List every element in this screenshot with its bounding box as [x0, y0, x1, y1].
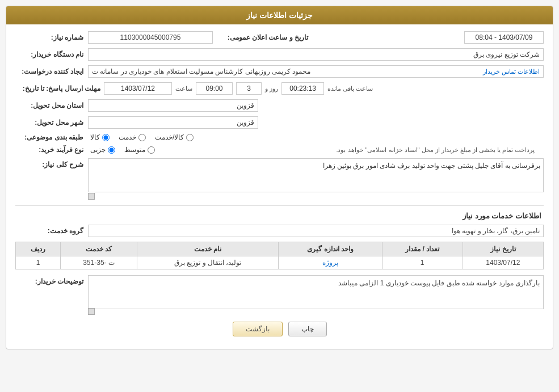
mohlet-days: 3	[236, 82, 262, 95]
radio-kala[interactable]	[102, 134, 110, 141]
btn-row: چاپ بازگشت	[15, 322, 544, 342]
mohlet-time: 09:00	[196, 82, 233, 95]
page-title: جزئیات اطلاعات نیاز	[246, 11, 313, 20]
sharh-value: برفرسانی به آقای جلیل پشتی جهت واحد تولی…	[323, 162, 540, 170]
cell-tarikh: 1403/07/12	[463, 256, 543, 269]
card-body: شماره نیاز: 1103000045000795 تاریخ و ساع…	[6, 24, 553, 349]
date-label: تاریخ و ساعت اعلان عمومی:	[217, 33, 308, 41]
farayand-motavasset: متوسط	[124, 146, 155, 154]
farayand-radios: متوسط جزیی	[90, 146, 155, 154]
mohlet-date: 1403/07/12	[104, 82, 172, 95]
shmare-label: شماره نیاز:	[15, 33, 83, 41]
creator-label: ایجاد کننده درخواست:	[15, 68, 83, 75]
sharh-label: شرح کلی نیاز:	[15, 158, 83, 168]
grooh-label: گروه خدمت:	[15, 227, 83, 235]
shahr-label: شهر محل تحویل:	[15, 119, 83, 127]
tabagheh-khadamat: خدمت	[119, 133, 146, 141]
grooh-row: گروه خدمت: تامین برق، گاز، بخار و تهویه …	[15, 225, 544, 237]
namdast-value: شرکت توزیع نیروی برق	[88, 48, 544, 61]
tabagheh-radios: کالا/خدمت خدمت کالا	[90, 133, 194, 141]
col-tarikh: تاریخ نیاز	[463, 242, 543, 256]
card-header: جزئیات اطلاعات نیاز	[6, 6, 553, 24]
cell-tedad: 1	[382, 256, 463, 269]
shahr-value: قزوین	[88, 116, 258, 129]
date-value: 1403/07/09 - 08:04	[464, 31, 544, 44]
mohlet-remaining: 00:23:13	[281, 82, 324, 95]
grooh-value: تامین برق، گاز، بخار و تهویه هوا	[88, 225, 544, 237]
tabagheh-kala-khadamat: کالا/خدمت	[155, 133, 194, 141]
tozihat-label: توضیحات خریدار:	[15, 275, 83, 285]
services-table: تاریخ نیاز تعداد / مقدار واحد اندازه گیر…	[15, 242, 544, 269]
ostan-label: استان محل تحویل:	[15, 102, 83, 109]
mohlet-time-label: ساعت	[175, 85, 192, 92]
radio-jozee[interactable]	[108, 146, 115, 154]
resize-handle	[88, 193, 95, 200]
col-kod: کد خدمت	[61, 242, 137, 256]
khadamat-section-title: اطلاعات خدمات مورد نیاز	[15, 212, 544, 220]
shmare-row: شماره نیاز: 1103000045000795 تاریخ و ساع…	[15, 31, 544, 44]
shahr-row: شهر محل تحویل: قزوین	[15, 116, 544, 129]
services-table-wrapper: تاریخ نیاز تعداد / مقدار واحد اندازه گیر…	[15, 242, 544, 269]
col-radif: ردیف	[16, 242, 61, 256]
print-button[interactable]: چاپ	[288, 322, 327, 336]
col-nam: نام خدمت	[137, 242, 279, 256]
col-vahed: واحد اندازه گیری	[279, 242, 382, 256]
namdast-row: نام دستگاه خریدار: شرکت توزیع نیروی برق	[15, 48, 544, 61]
farayand-jozee: جزیی	[90, 146, 115, 154]
cell-nam: تولید، انتقال و توزیع برق	[137, 256, 279, 269]
farayand-row: نوع فرآیند خرید: متوسط جزیی پرداخت تمام …	[15, 146, 544, 154]
farayand-text: پرداخت تمام یا بخشی از مبلغ خریدار از مح…	[162, 146, 535, 154]
creator-value: اطلاعات تماس خریدار محمود کریمی روزبهانی…	[88, 65, 544, 78]
sharh-wrapper: شرح کلی نیاز: برفرسانی به آقای جلیل پشتی…	[15, 158, 544, 200]
radio-kala-khadamat[interactable]	[186, 134, 194, 141]
radio-motavasset[interactable]	[148, 146, 155, 154]
mohlet-remaining-label: ساعت باقی مانده	[327, 85, 373, 92]
tabagheh-kala: کالا	[90, 133, 110, 141]
ostan-row: استان محل تحویل: قزوین	[15, 99, 544, 112]
cell-vahed: پروژه	[279, 256, 382, 269]
mohlet-row: مهلت ارسال پاسخ: تا تاریخ: 1403/07/12 سا…	[15, 82, 544, 95]
page-wrapper: جزئیات اطلاعات نیاز شماره نیاز: 11030000…	[0, 0, 559, 392]
cell-radif: 1	[16, 256, 61, 269]
ostan-value: قزوین	[88, 99, 258, 112]
tabagheh-row: طبقه بندی موضوعی: کالا/خدمت خدمت کالا	[15, 133, 544, 141]
creator-link[interactable]: اطلاعات تماس خریدار	[483, 68, 540, 75]
radio-khadamat[interactable]	[138, 134, 146, 141]
tozihat-wrapper: توضیحات خریدار: بارگذاری موارد خواسته شد…	[15, 275, 544, 315]
creator-text: محمود کریمی روزبهانی کارشناس مسولیت استع…	[92, 68, 310, 75]
namdast-label: نام دستگاه خریدار:	[15, 50, 83, 58]
farayand-label: نوع فرآیند خرید:	[15, 146, 83, 154]
mohlet-label: مهلت ارسال پاسخ: تا تاریخ:	[15, 85, 100, 92]
back-button[interactable]: بازگشت	[233, 322, 283, 336]
tozihat-value: بارگذاری موارد خواسته شده طبق فایل پیوست…	[338, 279, 540, 287]
tozihat-resize-handle	[88, 308, 95, 315]
mohlet-days-label: روز و	[265, 85, 278, 92]
tozihat-box: بارگذاری موارد خواسته شده طبق فایل پیوست…	[88, 275, 544, 309]
creator-row: ایجاد کننده درخواست: اطلاعات تماس خریدار…	[15, 65, 544, 78]
col-tedad: تعداد / مقدار	[382, 242, 463, 256]
main-card: جزئیات اطلاعات نیاز شماره نیاز: 11030000…	[6, 6, 553, 349]
tabagheh-label: طبقه بندی موضوعی:	[15, 133, 83, 141]
shmare-value: 1103000045000795	[88, 31, 213, 44]
cell-kod: ت -35-351	[61, 256, 137, 269]
table-row: 1403/07/12 1 پروژه تولید، انتقال و توزیع…	[16, 256, 544, 269]
section-divider	[15, 205, 544, 206]
